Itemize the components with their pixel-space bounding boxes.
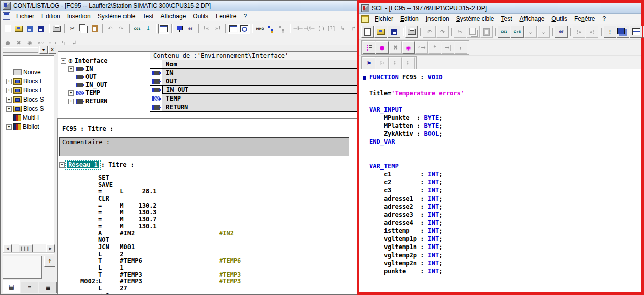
open-button[interactable] [374,26,387,38]
collapse-network-icon[interactable]: − [59,162,65,168]
copy-button[interactable] [78,24,89,34]
menu-test[interactable]: Test [498,15,516,23]
redo-button: ↷ [116,24,127,34]
monitor-toggle-button[interactable] [158,24,169,34]
menu-syst-me-cible[interactable]: Système cible [453,15,498,23]
overview-window-button[interactable] [239,24,250,34]
errors-button[interactable]: ! [604,26,616,38]
tree-item-in[interactable]: +IN [58,65,150,73]
open-button[interactable] [13,24,24,34]
cascade-windows-button[interactable] [617,26,629,38]
sidebar-item-blocs-s[interactable]: +Blocs S [3,95,54,104]
save-button[interactable] [388,26,400,38]
block-comment-box[interactable]: Commentaire : [59,137,349,156]
glasses-button[interactable]: 66' [185,24,196,34]
compile-all-button[interactable]: C+8 [511,26,524,38]
tab-list-view[interactable]: ≣ [39,282,57,293]
menu-fichier[interactable]: Fichier [13,12,38,20]
download-button[interactable]: ↓ [143,24,154,34]
save-as-button[interactable] [24,24,35,34]
breakpoint-list-button[interactable] [363,41,375,54]
menu-edition[interactable]: Edition [38,12,64,20]
tree-item-out[interactable]: OUT [58,73,150,81]
tab-program-elements[interactable]: ▤ [3,280,20,293]
save-button[interactable] [35,24,47,34]
menu-syst-me-cible[interactable]: Système cible [94,12,139,20]
glasses-button[interactable]: 66' [555,26,568,38]
program-elements-sidebar: ▾ ✕ Nouve+Blocs F+Blocs F+Blocs S+Blocs … [2,46,56,294]
monitor-on-button[interactable]: ⚑ [363,57,375,69]
menu-insertion[interactable]: Insertion [64,12,94,20]
sidebar-item-multi-i[interactable]: Multi-i [3,113,54,122]
sidebar-close-button[interactable]: ✕ [48,46,56,54]
table-row-temp[interactable]: TEMP [150,94,360,103]
expand-icon[interactable]: + [6,97,12,103]
split-horizontal-button[interactable] [630,26,642,38]
breakpoint-active-button[interactable]: ◉ [402,41,415,54]
sidebar-item-blocs-f[interactable]: +Blocs F [3,77,54,86]
menu-fen-tre[interactable]: Fenêtre [212,12,240,20]
network-label[interactable]: Réseau 1 [67,161,99,168]
sidebar-item-bibliot[interactable]: +Bibliot [3,122,54,131]
print-button[interactable] [51,24,62,34]
table-row-in-out[interactable]: IN_OUT [150,86,360,94]
menu-insertion[interactable]: Insertion [422,15,453,23]
expand-icon[interactable]: + [6,106,12,112]
variable-io-icon [152,79,160,84]
tree-item-temp[interactable]: +TEMP [58,89,150,97]
new-document-button[interactable] [361,26,374,38]
menu-outils[interactable]: Outils [548,15,571,23]
sidebar-item-blocs-s[interactable]: +Blocs S [3,104,54,113]
expand-icon[interactable]: + [6,124,12,130]
expand-icon[interactable]: + [68,99,74,104]
menu-item[interactable]: ? [598,15,609,23]
jump-button[interactable]: ↥ [44,256,55,267]
tree-item-return[interactable]: +RETURN [58,97,150,105]
menu-fichier[interactable]: Fichier [371,15,397,23]
table-row-return[interactable]: RETURN [150,103,360,112]
menu-affichage[interactable]: Affichage [157,12,190,20]
menu-edition[interactable]: Edition [397,15,422,23]
tree-item-interface[interactable]: −⊕Interface [58,57,150,65]
menu-outils[interactable]: Outils [189,12,212,20]
compile-button[interactable]: C01 [132,24,143,34]
set-breakpoint-button[interactable]: ● [376,41,389,54]
sidebar-horizontal-scrollbar[interactable]: ◀ ▍▍▍ ▶ [3,244,55,253]
scrollbar-thumb[interactable]: ▍▍▍ [19,244,33,252]
compile-button[interactable]: C01 [498,26,510,38]
scl-line: c1 : INT; [369,170,641,178]
scroll-right-button[interactable]: ▶ [46,244,55,252]
collapse-icon[interactable]: − [61,58,66,64]
expand-icon[interactable]: + [68,90,74,96]
menu-test[interactable]: Test [139,12,157,20]
menu-affichage[interactable]: Affichage [516,15,548,23]
program-elements-button[interactable] [266,24,277,34]
table-row-in[interactable]: IN [150,69,360,77]
toggle-views-button[interactable] [228,24,239,34]
print-button[interactable] [405,26,418,38]
new-document-button[interactable] [2,24,13,34]
paste-button[interactable] [89,24,100,34]
menu-fen-tre[interactable]: Fenêtre [571,15,598,23]
tree-item-in-out[interactable]: IN_OUT [58,81,150,89]
cut-button[interactable]: ✂ [67,24,78,34]
tab-call-structure[interactable]: ≡ [21,282,38,293]
stl-code-block: SETSAVE= L 28.1CLR= M 130.2= M 130.3= M … [80,174,359,294]
sidebar-grip-handle[interactable] [3,47,38,53]
goto-next-error-icon: »! [213,25,222,32]
table-row-out[interactable]: OUT [150,77,360,86]
menu-item[interactable]: ? [240,12,250,20]
sidebar-item-blocs-f[interactable]: +Blocs F [3,86,54,95]
sidebar-dropdown-button[interactable]: ▾ [39,46,48,54]
compile-icon: C01 [133,25,142,32]
new-network-button[interactable]: HHO [254,24,266,34]
scl-code-editor[interactable]: FUNCTION FC95 : VOID Title='Temperature … [359,69,641,292]
expand-icon[interactable]: + [68,66,74,72]
symbol-node-button[interactable] [174,24,185,34]
expand-icon[interactable]: + [6,88,12,93]
right-monitor-toolbar: ⚑⚐⚐⚐ [361,56,417,70]
expand-icon[interactable]: + [6,79,12,84]
sidebar-item-nouve[interactable]: Nouve [3,68,54,77]
scroll-left-button[interactable]: ◀ [3,244,12,252]
stl-editor[interactable]: FC95 : Titre : Commentaire : − Réseau 1 … [57,118,359,294]
